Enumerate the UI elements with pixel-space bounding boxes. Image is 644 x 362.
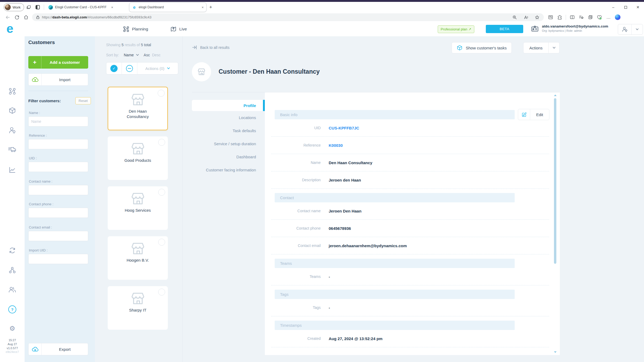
back-to-results-link[interactable]: Back to all results — [192, 45, 230, 50]
copilot-icon[interactable] — [613, 14, 622, 21]
scroll-down-arrow[interactable] — [554, 351, 557, 353]
workspaces-icon[interactable] — [24, 3, 33, 11]
close-tab-icon[interactable]: × — [111, 5, 113, 9]
tab-actions-icon[interactable] — [33, 3, 42, 11]
section-header-contact: Contact — [275, 193, 515, 202]
panel-title: Customers — [28, 40, 55, 45]
favorite-star-icon[interactable] — [533, 14, 542, 21]
minimize-button[interactable]: – — [607, 3, 619, 12]
tab-locations[interactable]: Locations — [192, 111, 263, 124]
maximize-button[interactable] — [619, 3, 632, 12]
filter-reference-label: Reference : — [29, 133, 47, 137]
import-button[interactable]: Import — [28, 73, 88, 86]
tab-customer-facing-information[interactable]: Customer facing information — [192, 163, 263, 176]
home-button[interactable] — [21, 14, 30, 21]
rail-drivers-icon[interactable] — [0, 146, 25, 153]
card-checkbox[interactable] — [158, 289, 165, 296]
rail-orders-icon[interactable] — [0, 107, 25, 114]
filter-name-input[interactable] — [28, 116, 88, 127]
more-menu-icon[interactable]: … — [604, 14, 613, 21]
toolbar-divider — [566, 15, 566, 20]
show-tasks-button[interactable]: Show customer's tasks — [452, 42, 512, 53]
filter-contact-phone-input[interactable] — [28, 208, 88, 218]
close-window-button[interactable]: ✕ — [632, 3, 644, 12]
person-pin-icon[interactable] — [618, 24, 631, 34]
zoom-icon[interactable] — [510, 14, 519, 21]
reset-button[interactable]: Reset — [75, 97, 91, 104]
customer-card-sharpy-it[interactable]: Sharpy IT — [108, 286, 168, 330]
uid-link[interactable]: CUS-KPFFB7JC — [329, 126, 359, 130]
back-button[interactable] — [3, 14, 12, 21]
add-customer-button[interactable]: + Add a customer — [28, 56, 88, 69]
customer-card-den-haan[interactable]: Den Haan Consultancy — [108, 87, 168, 130]
scrollbar-thumb[interactable] — [554, 98, 556, 264]
user-menu-button[interactable] — [618, 24, 643, 35]
rail-integrations-icon[interactable] — [0, 266, 25, 274]
sort-asc-button[interactable]: Asc — [144, 53, 150, 57]
storefront-icon — [129, 291, 147, 306]
browser-profile-button[interactable]: Work — [4, 3, 24, 11]
edit-button[interactable]: Edit — [518, 109, 549, 120]
card-checkbox[interactable] — [158, 239, 165, 246]
card-checkbox[interactable] — [158, 90, 165, 97]
reading-list-icon[interactable] — [546, 14, 555, 21]
favorites-bar-icon[interactable] — [577, 14, 586, 21]
filter-contact-email-input[interactable] — [28, 231, 88, 241]
customer-card-hoog-services[interactable]: Hoog Services — [108, 186, 168, 230]
card-checkbox[interactable] — [158, 189, 165, 196]
detail-actions-button[interactable]: Actions — [523, 42, 560, 53]
panel-scrollbar[interactable] — [554, 95, 556, 353]
rail-analytics-icon[interactable] — [0, 166, 25, 174]
field-row-teams: Teams - — [271, 268, 549, 285]
reference-link[interactable]: K00030 — [329, 143, 343, 148]
storefront-icon — [129, 92, 147, 107]
export-button[interactable]: Export — [28, 343, 88, 355]
filter-uid-input[interactable] — [28, 162, 88, 172]
select-all-button[interactable]: ✓ — [106, 62, 122, 74]
customer-card-hoogen-bv[interactable]: Hoogen B.V. — [108, 236, 168, 280]
rail-sync-icon[interactable] — [0, 247, 25, 254]
nav-planning[interactable]: Planning — [123, 25, 148, 34]
tab-dashboard[interactable]: Dashboard — [192, 150, 263, 163]
collections-icon[interactable] — [586, 14, 595, 21]
scroll-up-arrow[interactable] — [554, 95, 557, 96]
tab-service-setup-duration[interactable]: Service / setup duration — [192, 137, 263, 150]
elogii-logo[interactable]: e — [6, 22, 13, 35]
actions-chevron[interactable] — [548, 42, 559, 53]
customer-card-good-products[interactable]: Good Products — [108, 136, 168, 180]
browser-tab-2[interactable]: e elogii Dashboard × — [129, 2, 207, 12]
deselect-all-button[interactable] — [122, 62, 137, 74]
rail-help-icon[interactable]: ? — [0, 305, 25, 313]
card-checkbox[interactable] — [158, 139, 165, 146]
refresh-button[interactable] — [12, 14, 21, 21]
read-aloud-icon[interactable] — [521, 14, 530, 21]
tab-profile[interactable]: Profile — [192, 100, 263, 111]
address-bar[interactable]: https://dash-beta.elogii.com/#/customers… — [32, 13, 544, 21]
actions-dropdown[interactable]: Actions (0) — [137, 62, 178, 74]
filter-import-uid-input[interactable] — [28, 254, 88, 264]
sort-desc-button[interactable]: Desc — [152, 53, 161, 57]
close-tab-icon[interactable]: × — [202, 5, 204, 9]
browser-essentials-icon[interactable] — [595, 14, 604, 21]
elogii-e-favicon: e — [132, 5, 137, 10]
extensions-icon[interactable] — [555, 14, 564, 21]
new-tab-button[interactable]: + — [209, 4, 212, 10]
split-screen-icon[interactable] — [568, 14, 577, 21]
beta-badge[interactable]: BETA — [486, 25, 523, 33]
nav-live[interactable]: Live — [170, 25, 187, 34]
tab-task-defaults[interactable]: Task defaults — [192, 124, 263, 137]
filter-import-uid-label: Import UID : — [29, 248, 48, 252]
filter-reference-input[interactable] — [28, 139, 88, 149]
id-card-icon — [531, 26, 538, 32]
filter-contact-name-input[interactable] — [28, 185, 88, 195]
rail-settings-gear-icon[interactable]: ⚙ — [0, 325, 25, 332]
sort-field-select[interactable]: Name — [124, 53, 134, 57]
field-row-description: Description Jeroen den Haan — [271, 171, 549, 189]
user-menu-chevron[interactable] — [631, 24, 642, 34]
rail-customers-icon[interactable] — [0, 127, 25, 134]
browser-tab-1[interactable]: Elogii Customer Card - CUS-KPFF × — [46, 3, 127, 12]
sort-chevron-icon[interactable] — [136, 54, 139, 56]
plan-badge[interactable]: Professional plan ↗ — [438, 25, 474, 33]
rail-planning-icon[interactable] — [0, 88, 25, 95]
rail-team-icon[interactable] — [0, 286, 25, 293]
